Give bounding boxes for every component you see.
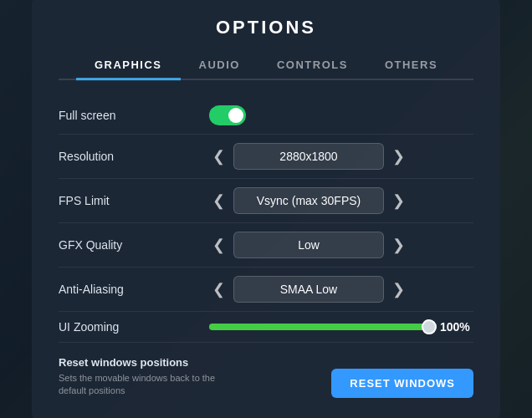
anti-aliasing-row: Anti-Aliasing ❮ SMAA Low ❯ bbox=[59, 268, 473, 312]
resolution-label: Resolution bbox=[59, 150, 209, 163]
reset-heading: Reset windows positions bbox=[59, 356, 226, 369]
tab-graphics[interactable]: GRAPHICS bbox=[76, 52, 181, 80]
resolution-prev-button[interactable]: ❮ bbox=[209, 149, 228, 164]
ui-zooming-row: UI Zooming 100% bbox=[59, 312, 473, 343]
fps-value: Vsync (max 30FPS) bbox=[233, 187, 384, 214]
resolution-next-button[interactable]: ❯ bbox=[389, 149, 408, 164]
aa-next-button[interactable]: ❯ bbox=[389, 282, 408, 297]
anti-aliasing-selector: ❮ SMAA Low ❯ bbox=[209, 276, 408, 303]
tab-others[interactable]: OTHERS bbox=[366, 52, 456, 80]
gfx-quality-control: ❮ Low ❯ bbox=[209, 232, 473, 258]
ui-zooming-track[interactable] bbox=[209, 324, 430, 330]
gfx-quality-selector: ❮ Low ❯ bbox=[209, 232, 408, 258]
reset-windows-button[interactable]: RESET WINDOWS bbox=[331, 369, 473, 398]
ui-zooming-fill bbox=[209, 324, 430, 330]
fullscreen-row: Full screen bbox=[59, 97, 473, 135]
gfx-value: Low bbox=[233, 232, 384, 258]
ui-zooming-thumb[interactable] bbox=[422, 319, 437, 334]
gfx-prev-button[interactable]: ❮ bbox=[209, 237, 228, 252]
aa-value: SMAA Low bbox=[233, 276, 384, 303]
aa-prev-button[interactable]: ❮ bbox=[209, 282, 228, 297]
options-panel: OPTIONS GRAPHICS AUDIO CONTROLS OTHERS F… bbox=[32, 0, 500, 418]
tabs-bar: GRAPHICS AUDIO CONTROLS OTHERS bbox=[59, 52, 473, 80]
gfx-quality-row: GFX Quality ❮ Low ❯ bbox=[59, 223, 473, 268]
anti-aliasing-label: Anti-Aliasing bbox=[59, 283, 209, 296]
fullscreen-label: Full screen bbox=[59, 109, 209, 122]
fps-prev-button[interactable]: ❮ bbox=[209, 193, 228, 208]
fullscreen-control bbox=[209, 105, 473, 125]
bottom-section: Reset windows positions Sets the movable… bbox=[59, 356, 473, 398]
tab-controls[interactable]: CONTROLS bbox=[258, 52, 366, 80]
ui-zooming-value: 100% bbox=[440, 320, 473, 334]
ui-zooming-label: UI Zooming bbox=[59, 320, 209, 334]
reset-info: Reset windows positions Sets the movable… bbox=[59, 356, 226, 398]
resolution-row: Resolution ❮ 2880x1800 ❯ bbox=[59, 135, 473, 179]
fps-next-button[interactable]: ❯ bbox=[389, 193, 408, 208]
fps-limit-selector: ❮ Vsync (max 30FPS) ❯ bbox=[209, 187, 408, 214]
gfx-quality-label: GFX Quality bbox=[59, 238, 209, 252]
fps-limit-label: FPS Limit bbox=[59, 194, 209, 207]
ui-zooming-control: 100% bbox=[209, 320, 473, 334]
resolution-control: ❮ 2880x1800 ❯ bbox=[209, 143, 473, 170]
fps-limit-row: FPS Limit ❮ Vsync (max 30FPS) ❯ bbox=[59, 179, 473, 223]
fps-limit-control: ❮ Vsync (max 30FPS) ❯ bbox=[209, 187, 473, 214]
tab-audio[interactable]: AUDIO bbox=[181, 52, 258, 80]
reset-description: Sets the movable windows back to the def… bbox=[59, 372, 226, 398]
toggle-knob bbox=[228, 108, 243, 123]
anti-aliasing-control: ❮ SMAA Low ❯ bbox=[209, 276, 473, 303]
resolution-selector: ❮ 2880x1800 ❯ bbox=[209, 143, 408, 170]
resolution-value: 2880x1800 bbox=[233, 143, 384, 170]
ui-zooming-slider-wrap: 100% bbox=[209, 320, 473, 334]
fullscreen-toggle-wrap[interactable] bbox=[209, 105, 246, 125]
panel-title: OPTIONS bbox=[59, 17, 473, 38]
gfx-next-button[interactable]: ❯ bbox=[389, 237, 408, 252]
fullscreen-toggle[interactable] bbox=[209, 105, 246, 125]
